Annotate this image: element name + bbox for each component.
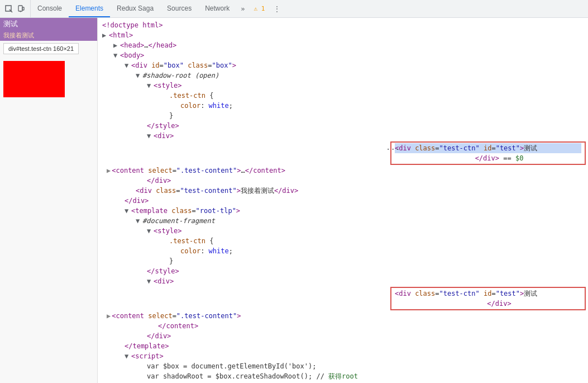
- line-shadow-root: ▼#shadow-root (open): [98, 70, 588, 81]
- svg-rect-2: [18, 6, 22, 11]
- line-js-1: var $box = document.getElementById('box'…: [98, 361, 588, 371]
- dots-button[interactable]: ···: [386, 144, 400, 154]
- main-layout: 测试 我接着测试 div#test.test-ctn 160×21 <!doct…: [0, 18, 588, 383]
- tab-console[interactable]: Console: [31, 0, 69, 17]
- line-html-open: ▶<html>: [98, 30, 588, 40]
- line-inner-div-open: ▼<div>: [98, 131, 588, 141]
- line-css-color: color: white;: [98, 101, 588, 111]
- tab-elements[interactable]: Elements: [69, 0, 110, 17]
- line-doctype: <!doctype html>: [98, 20, 588, 30]
- line-inner-div-close: </div>: [98, 176, 588, 186]
- line-content-select-1: ▶<content select=".test-content">…</cont…: [98, 166, 588, 176]
- preview-panel: 测试 我接着测试 div#test.test-ctn 160×21: [0, 18, 98, 383]
- line-css2-close-brace: }: [98, 256, 588, 266]
- tab-redux-saga[interactable]: Redux Saga: [110, 0, 160, 17]
- line-style2-open: ▼<style>: [98, 226, 588, 236]
- line-css-selector: .test-ctn {: [98, 91, 588, 101]
- code-panel[interactable]: <!doctype html> ▶<html> ▶<head>…</head> …: [98, 18, 588, 383]
- line-css-close-brace: }: [98, 111, 588, 121]
- line-content-close-2: </content>: [98, 321, 588, 331]
- selected-element-group-2: <div class="test-ctn" id="test">测试 </div…: [390, 287, 586, 310]
- line-template-inner-div-close: </div>: [98, 331, 588, 341]
- line-test-div-2: <div class="test-ctn" id="test">测试: [395, 289, 581, 299]
- line-content-select-2: ▶<content select=".test-content">: [98, 311, 588, 321]
- selected-element-group-1: <div class="test-ctn" id="test">测试 </div…: [390, 141, 586, 165]
- line-script-open: ▼<script>: [98, 351, 588, 361]
- line-template-inner-div: ▼<div>: [98, 276, 588, 286]
- line-template-close: </template>: [98, 341, 588, 351]
- preview-subtitle: 我接着测试: [0, 30, 97, 41]
- line-test-div-1: <div class="test-ctn" id="test">测试: [395, 143, 581, 153]
- cursor-icon[interactable]: [4, 4, 13, 13]
- line-div-box: ▼<div id="box" class="box">: [98, 60, 588, 70]
- line-css2-color: color: white;: [98, 246, 588, 256]
- preview-title: 测试: [0, 18, 97, 30]
- tab-sources[interactable]: Sources: [160, 0, 198, 17]
- preview-red-box: [3, 61, 65, 97]
- line-template-open: ▼<template class="root-tlp">: [98, 206, 588, 216]
- line-style-close: </style>: [98, 121, 588, 131]
- element-tooltip: div#test.test-ctn 160×21: [3, 43, 79, 54]
- devtools-menu-button[interactable]: ⋮: [269, 0, 285, 17]
- line-style2-close: </style>: [98, 266, 588, 276]
- line-css2-selector: .test-ctn {: [98, 236, 588, 246]
- line-js-2: var shadowRoot = $box.createShadowRoot()…: [98, 371, 588, 381]
- line-div-test-content: <div class="test-content">我接着测试</div>: [98, 186, 588, 196]
- line-div-eq: </div> == $0: [395, 153, 581, 163]
- tab-network[interactable]: Network: [198, 0, 236, 17]
- line-style-open: ▼<style>: [98, 81, 588, 91]
- devtools-icons: [0, 0, 31, 17]
- devtools-topbar: Console Elements Redux Saga Sources Netw…: [0, 0, 588, 18]
- svg-rect-3: [20, 11, 21, 12]
- svg-rect-4: [22, 7, 24, 10]
- devtools-tab-list: Console Elements Redux Saga Sources Netw…: [31, 0, 588, 17]
- line-div-box-close: </div>: [98, 196, 588, 206]
- line-body-open: ▼<body>: [98, 50, 588, 60]
- line-div-close-2: </div>: [395, 299, 581, 309]
- device-icon[interactable]: [17, 4, 26, 13]
- more-tabs-button[interactable]: »: [236, 0, 249, 17]
- warning-badge[interactable]: ⚠ 1: [249, 0, 269, 17]
- line-head: ▶<head>…</head>: [98, 40, 588, 50]
- line-doc-fragment: ▼#document-fragment: [98, 216, 588, 226]
